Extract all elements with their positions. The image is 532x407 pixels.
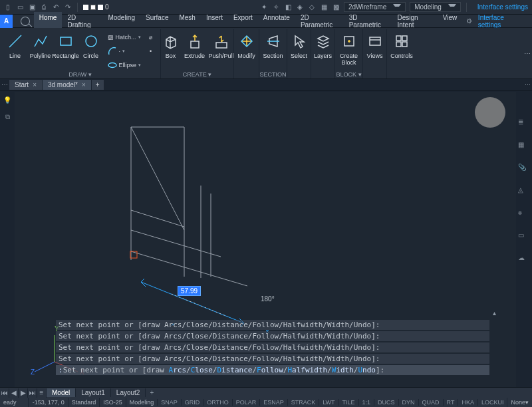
cmd-create-block[interactable]: Create Block [338, 31, 360, 70]
qa-tool4-icon[interactable]: ◈ [296, 3, 304, 11]
layer-swatch[interactable]: 0 [83, 3, 109, 11]
doc-tabs-menu-icon[interactable]: ⋯ [0, 81, 9, 88]
cmd-box[interactable]: Box [161, 31, 181, 70]
ribbon-collapse-icon[interactable]: ⋯ [523, 28, 532, 78]
toggle-esnap[interactable]: ESNAP [259, 399, 287, 406]
status-iso[interactable]: ISO-25 [99, 398, 126, 407]
close-icon[interactable]: × [33, 81, 37, 88]
qa-tool-icon[interactable]: ✦ [260, 3, 268, 11]
panel-icon[interactable]: ⧉ [2, 112, 13, 122]
interface-settings-link[interactable]: Interface settings [477, 3, 528, 11]
cmd-views[interactable]: Views [364, 31, 386, 70]
cmd-section[interactable]: Section [262, 31, 285, 70]
bulb-icon[interactable]: 💡 [2, 94, 13, 105]
status-coords: -153, 177, 0 [28, 398, 68, 407]
toggle-polar[interactable]: POLAR [232, 399, 260, 406]
toggle-grid[interactable]: GRID [181, 399, 203, 406]
cmd-arc[interactable]: ·▾ [105, 45, 142, 57]
qa-tool5-icon[interactable]: ◇ [308, 3, 316, 11]
toggle-ducs[interactable]: DUCS [374, 399, 398, 406]
cmd-modify[interactable]: Modify [235, 31, 258, 70]
cloud-icon[interactable]: ☁ [518, 254, 530, 266]
toggle-strack[interactable]: STRACK [287, 399, 319, 406]
layout-first-icon[interactable]: ⏮ [0, 388, 9, 398]
panel-views: Views [363, 29, 387, 78]
toggle-1:1[interactable]: 1:1 [358, 399, 374, 406]
search-icon[interactable] [21, 17, 30, 26]
cmd-extrude[interactable]: Extrude [184, 31, 206, 70]
tab-layout2[interactable]: Layout2 [111, 388, 146, 397]
qa-open-icon[interactable]: ▭ [16, 3, 24, 11]
status-workspace[interactable]: Modeling [126, 398, 158, 407]
qa-undo-icon[interactable]: ↶ [52, 3, 60, 11]
layout-list-icon[interactable]: ≡ [37, 388, 47, 398]
toggle-ortho[interactable]: ORTHO [203, 399, 231, 406]
cmd-hatch[interactable]: ▨Hatch...▾ [105, 31, 142, 43]
tab-start[interactable]: Start× [9, 80, 43, 90]
toggle-snap[interactable]: SNAP [157, 399, 181, 406]
status-none[interactable]: None ▾ [507, 398, 532, 407]
panel-block-label[interactable]: BLOCK [335, 70, 362, 78]
cmd-scroll-icon[interactable]: ▴ [493, 309, 496, 317]
command-input[interactable]: :Set next point or [draw Arcs/Close/Dist… [56, 365, 489, 375]
cmd-layers[interactable]: Layers [312, 31, 334, 70]
panel-create-label[interactable]: CREATE [161, 70, 233, 78]
toggle-tile[interactable]: TILE [338, 399, 358, 406]
notes-icon[interactable]: ▭ [518, 231, 530, 243]
panel-draw-label[interactable]: DRAW [0, 70, 160, 78]
doc-tabs-overflow-icon[interactable]: ⋯ [525, 82, 531, 88]
qa-tool6-icon[interactable]: ▦ [320, 3, 328, 11]
menubar: A Home2D DraftingModelingSurfaceMeshInse… [0, 15, 532, 28]
layout-last-icon[interactable]: ⏭ [28, 388, 37, 398]
tab-model[interactable]: Model [47, 388, 76, 397]
toggle-lwt[interactable]: LWT [319, 399, 338, 406]
tab-3d-model[interactable]: 3d model*× [43, 80, 92, 90]
layout-prev-icon[interactable]: ◀ [9, 388, 19, 398]
toggle-rt[interactable]: RT [443, 399, 458, 406]
qa-tool3-icon[interactable]: ◧ [284, 3, 292, 11]
layers-panel-icon[interactable]: ≣ [518, 118, 530, 130]
qa-new-icon[interactable]: ▯ [4, 3, 12, 11]
svg-rect-4 [370, 37, 380, 45]
panel-controls: Controls [387, 29, 416, 78]
cmd-hist-line: Set next point or [draw Arcs/Close/Dista… [56, 331, 489, 341]
layout-next-icon[interactable]: ▶ [19, 388, 28, 398]
qa-print-icon[interactable]: ⎙ [40, 3, 48, 11]
layout-add[interactable]: + [146, 389, 158, 396]
balloon-icon[interactable]: ⎈ [518, 209, 530, 221]
cmd-draw-extra1[interactable]: ⌀ [145, 31, 157, 43]
grid-panel-icon[interactable]: ▦ [518, 141, 530, 153]
cmd-rectangle[interactable]: Rectangle [55, 31, 77, 70]
toggle-hka[interactable]: HKA [458, 399, 477, 406]
status-standard[interactable]: Standard [68, 398, 100, 407]
drawing-canvas[interactable]: Y X Z 57.99 180° ▴ Set next point or [dr… [15, 92, 516, 390]
left-palette: 💡 ⧉ [0, 92, 15, 390]
cmd-select[interactable]: Select [288, 31, 311, 70]
app-menu-icon[interactable]: A [0, 15, 13, 28]
cmd-circle[interactable]: Circle [80, 31, 102, 70]
mesh-icon[interactable]: ◬ [518, 186, 530, 198]
cmd-pushpull[interactable]: Push/Pull [209, 31, 234, 70]
cmd-ellipse[interactable]: Ellipse▾ [105, 59, 142, 71]
qa-tool7-icon[interactable]: ▩ [332, 3, 340, 11]
toggle-dyn[interactable]: DYN [398, 399, 418, 406]
qa-redo-icon[interactable]: ↷ [64, 3, 72, 11]
qa-save-icon[interactable]: ▣ [28, 3, 36, 11]
command-history: Set next point or [draw Arcs/Close/Dista… [56, 319, 489, 376]
close-icon[interactable]: × [82, 81, 86, 88]
cmd-point[interactable]: • [145, 45, 157, 57]
tab-new[interactable]: + [92, 80, 104, 90]
toggle-quad[interactable]: QUAD [418, 399, 443, 406]
qa-tool2-icon[interactable]: ✧ [272, 3, 280, 11]
visual-style-combo[interactable]: 2dWireframe [344, 2, 406, 12]
tab-layout1[interactable]: Layout1 [76, 388, 111, 397]
gear-icon[interactable]: ⚙ [466, 17, 474, 25]
cmd-line[interactable]: Line [4, 31, 27, 70]
clip-icon[interactable]: 📎 [518, 164, 530, 176]
workspace-combo[interactable]: Modeling [410, 2, 461, 12]
cmd-controls[interactable]: Controls [390, 31, 413, 70]
toggle-lockui[interactable]: LOCKUI [477, 399, 507, 406]
layout-tabs: ⏮ ◀ ▶ ⏭ ≡ Model Layout1 Layout2 + [0, 387, 532, 398]
interface-settings-link-2[interactable]: Interface settings [478, 14, 527, 29]
cmd-polyline[interactable]: Polyline [29, 31, 52, 70]
